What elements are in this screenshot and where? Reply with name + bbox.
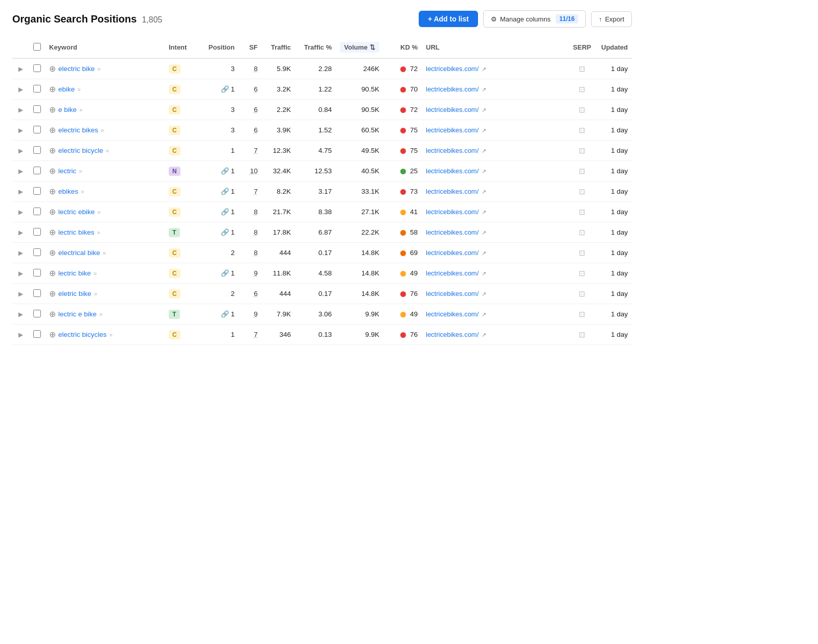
add-keyword-icon[interactable]: ⊕ [49,289,56,298]
serp-icon[interactable]: ⊡ [579,310,585,318]
serp-icon[interactable]: ⊡ [579,105,585,114]
url-link[interactable]: lectricebikes.com/ [426,106,479,113]
row-checkbox[interactable] [33,64,41,72]
keyword-link[interactable]: lectric bikes [58,228,95,236]
url-link[interactable]: lectricebikes.com/ [426,126,479,134]
url-link[interactable]: lectricebikes.com/ [426,208,479,216]
export-button[interactable]: ↑ Export [591,11,632,27]
expand-row-button[interactable]: ▶ [16,228,25,237]
sf-value: 8 [254,65,258,73]
add-keyword-icon[interactable]: ⊕ [49,227,56,237]
keyword-link[interactable]: lectric [58,167,76,175]
keyword-link[interactable]: electric bikes [58,126,98,134]
row-checkbox[interactable] [33,248,41,256]
add-keyword-icon[interactable]: ⊕ [49,125,56,135]
expand-row-button[interactable]: ▶ [16,105,25,114]
url-link[interactable]: lectricebikes.com/ [426,188,479,195]
serp-icon[interactable]: ⊡ [579,126,585,134]
row-checkbox[interactable] [33,310,41,317]
url-link[interactable]: lectricebikes.com/ [426,310,479,318]
add-keyword-icon[interactable]: ⊕ [49,309,56,319]
serp-icon[interactable]: ⊡ [579,208,585,216]
url-link[interactable]: lectricebikes.com/ [426,167,479,175]
expand-row-button[interactable]: ▶ [16,167,25,176]
expand-row-button[interactable]: ▶ [16,126,25,135]
row-checkbox[interactable] [33,187,41,195]
expand-row-button[interactable]: ▶ [16,64,25,74]
expand-row-button[interactable]: ▶ [16,146,25,155]
link-icon: 🔗 [221,167,229,175]
url-link[interactable]: lectricebikes.com/ [426,331,479,338]
row-checkbox[interactable] [33,208,41,215]
expand-row-button[interactable]: ▶ [16,289,25,298]
url-link[interactable]: lectricebikes.com/ [426,85,479,93]
keyword-link[interactable]: lectric ebike [58,208,95,216]
kd-dot [400,210,406,215]
serp-icon[interactable]: ⊡ [579,85,585,94]
url-link[interactable]: lectricebikes.com/ [426,249,479,257]
serp-icon[interactable]: ⊡ [579,146,585,155]
add-keyword-icon[interactable]: ⊕ [49,248,56,258]
serp-icon[interactable]: ⊡ [579,248,585,257]
row-checkbox[interactable] [33,228,41,236]
url-link[interactable]: lectricebikes.com/ [426,290,479,297]
keyword-link[interactable]: e bike [58,106,77,113]
row-checkbox[interactable] [33,269,41,277]
expand-row-button[interactable]: ▶ [16,208,25,217]
expand-row-button[interactable]: ▶ [16,269,25,278]
keyword-link[interactable]: electric bicycles [58,331,107,338]
serp-icon[interactable]: ⊡ [579,228,585,237]
row-checkbox[interactable] [33,85,41,93]
add-keyword-icon[interactable]: ⊕ [49,207,56,217]
expand-row-button[interactable]: ▶ [16,310,25,319]
kd-cell: 75 [400,126,418,134]
serp-icon[interactable]: ⊡ [579,269,585,278]
add-keyword-icon[interactable]: ⊕ [49,105,56,114]
add-keyword-icon[interactable]: ⊕ [49,268,56,278]
add-keyword-icon[interactable]: ⊕ [49,84,56,94]
keyword-arrow-icon: » [97,209,101,216]
expand-row-button[interactable]: ▶ [16,330,25,339]
add-keyword-icon[interactable]: ⊕ [49,330,56,339]
add-to-list-button[interactable]: + Add to list [419,11,478,27]
row-checkbox[interactable] [33,330,41,338]
keyword-link[interactable]: lectric e bike [58,310,97,318]
serp-icon[interactable]: ⊡ [579,289,585,298]
manage-columns-button[interactable]: ⚙ Manage columns 11/16 [483,10,586,28]
serp-icon[interactable]: ⊡ [579,167,585,175]
row-checkbox[interactable] [33,105,41,113]
row-checkbox[interactable] [33,167,41,174]
expand-row-button[interactable]: ▶ [16,187,25,196]
serp-icon[interactable]: ⊡ [579,330,585,339]
col-volume-header[interactable]: Volume ⇅ [336,37,383,58]
url-link[interactable]: lectricebikes.com/ [426,228,479,236]
keyword-link[interactable]: electrical bike [58,249,100,257]
kd-cell: 72 [400,106,418,113]
add-keyword-icon[interactable]: ⊕ [49,64,56,74]
expand-row-button[interactable]: ▶ [16,85,25,94]
select-all-checkbox[interactable] [33,43,41,51]
serp-icon[interactable]: ⊡ [579,187,585,196]
expand-row-button[interactable]: ▶ [16,248,25,258]
serp-icon[interactable]: ⊡ [579,64,585,73]
keyword-arrow-icon: » [94,270,97,277]
row-checkbox[interactable] [33,126,41,133]
row-checkbox[interactable] [33,146,41,154]
keyword-link[interactable]: ebikes [58,188,78,195]
row-checkbox[interactable] [33,289,41,297]
keyword-link[interactable]: ebike [58,85,75,93]
keyword-cell: ⊕ ebikes » [49,187,161,196]
sf-value: 6 [254,106,258,113]
keyword-link[interactable]: eletric bike [58,290,92,297]
add-keyword-icon[interactable]: ⊕ [49,187,56,196]
keyword-link[interactable]: electric bike [58,65,95,73]
updated-value: 1 day [611,208,628,216]
url-link[interactable]: lectricebikes.com/ [426,269,479,277]
url-link[interactable]: lectricebikes.com/ [426,65,479,73]
keyword-link[interactable]: lectric bike [58,269,91,277]
add-keyword-icon[interactable]: ⊕ [49,146,56,155]
add-keyword-icon[interactable]: ⊕ [49,166,56,176]
url-link[interactable]: lectricebikes.com/ [426,147,479,154]
keyword-link[interactable]: electric bicycle [58,147,103,154]
kd-value: 41 [410,208,418,216]
